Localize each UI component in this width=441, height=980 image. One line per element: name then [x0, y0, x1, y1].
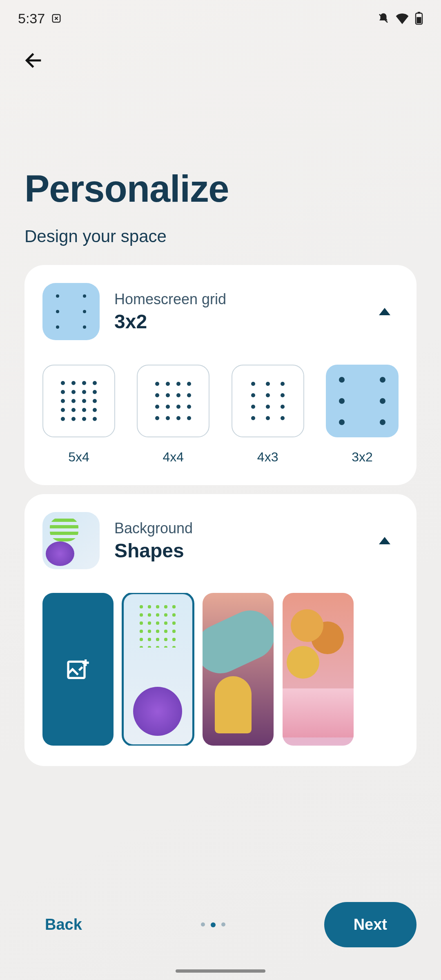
svg-rect-2 [418, 12, 420, 13]
gesture-bar [176, 969, 265, 973]
grid-thumb [42, 283, 100, 340]
grid-option-4x4[interactable]: 4x4 [137, 365, 209, 465]
wifi-icon [395, 13, 409, 24]
back-text-button[interactable]: Back [24, 904, 102, 946]
next-button[interactable]: Next [324, 902, 416, 947]
wallpaper-shapes[interactable] [122, 593, 194, 746]
grid-value: 3x2 [114, 310, 364, 333]
svg-rect-3 [416, 17, 421, 23]
caret-up-icon [379, 537, 390, 544]
wallpaper-add[interactable] [42, 593, 114, 746]
grid-option-5x4[interactable]: 5x4 [42, 365, 115, 465]
grid-option-label: 4x3 [232, 450, 304, 465]
dnd-icon [377, 12, 390, 24]
grid-options: 5x44x44x33x2 [42, 365, 399, 465]
status-time: 5:37 [18, 11, 45, 27]
page-title: Personalize [0, 74, 441, 210]
caret-up-icon [379, 308, 390, 315]
status-bar: 5:37 [0, 0, 441, 37]
grid-card: Homescreen grid 3x2 5x44x44x33x2 [24, 265, 416, 485]
footer-bar: Back Next [0, 902, 441, 947]
background-label: Background [114, 520, 364, 537]
wallpaper-abstract-purple[interactable] [203, 593, 274, 746]
battery-icon [415, 12, 423, 25]
wallpaper-row [42, 593, 399, 746]
background-value: Shapes [114, 539, 364, 562]
grid-card-header[interactable]: Homescreen grid 3x2 [42, 283, 399, 340]
add-image-icon [65, 656, 91, 682]
arrow-left-icon [23, 49, 46, 72]
back-button[interactable] [0, 37, 441, 74]
card-off-icon [51, 13, 62, 24]
page-subtitle: Design your space [0, 210, 441, 246]
grid-option-label: 3x2 [326, 450, 399, 465]
background-thumb [42, 512, 100, 569]
wallpaper-trees-orange[interactable] [283, 593, 354, 746]
background-card: Background Shapes [24, 494, 416, 766]
grid-option-label: 4x4 [137, 450, 209, 465]
grid-label: Homescreen grid [114, 291, 364, 308]
background-card-header[interactable]: Background Shapes [42, 512, 399, 569]
grid-option-3x2[interactable]: 3x2 [326, 365, 399, 465]
page-indicator [201, 922, 225, 927]
grid-option-label: 5x4 [42, 450, 115, 465]
grid-option-4x3[interactable]: 4x3 [232, 365, 304, 465]
